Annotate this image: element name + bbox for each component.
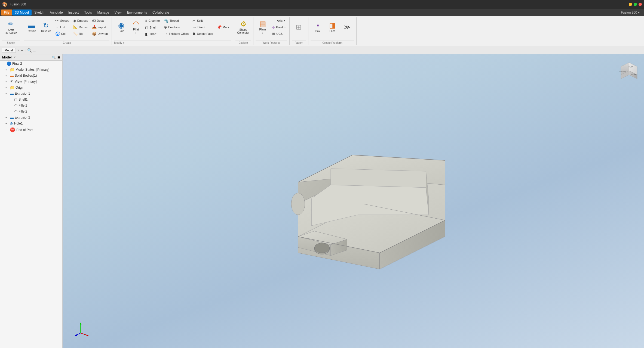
view-toggle[interactable]: + bbox=[5, 80, 9, 83]
emboss-button[interactable]: ◈ Emboss bbox=[72, 18, 90, 24]
menu-item-3dmodel[interactable]: 3D Model bbox=[12, 10, 32, 15]
fillet2-icon: ◠ bbox=[14, 109, 17, 114]
face-button[interactable]: ◨ Face bbox=[325, 18, 339, 37]
menu-item-sketch[interactable]: Sketch bbox=[32, 10, 47, 15]
viewport[interactable]: TOP FRONT RIGHT bbox=[63, 54, 644, 348]
modify-dropdown[interactable]: ▾ bbox=[123, 42, 124, 44]
fillet-button[interactable]: ◠ Fillet ▾ bbox=[129, 18, 143, 37]
coil-icon: 🌀 bbox=[55, 32, 60, 36]
sidebar-header: Model × 🔍 ☰ bbox=[0, 54, 62, 61]
origin-toggle[interactable]: + bbox=[5, 86, 9, 89]
split-button[interactable]: ✂ Split bbox=[191, 18, 214, 24]
pattern-button[interactable]: ⊞ bbox=[292, 18, 306, 37]
extrude-label: Extrude bbox=[27, 30, 36, 33]
pattern-icon: ⊞ bbox=[296, 23, 302, 30]
sweep-button[interactable]: 〰 Sweep bbox=[54, 18, 71, 24]
combine-label: Combine bbox=[168, 26, 180, 29]
sidebar-item-fillet2[interactable]: ◠ Fillet2 bbox=[0, 108, 62, 114]
win-max[interactable] bbox=[634, 3, 637, 6]
import-button[interactable]: 📥 Import bbox=[90, 24, 110, 30]
extrusion2-label: Extrusion2 bbox=[15, 116, 30, 119]
fillet-dropdown[interactable]: ▾ bbox=[135, 32, 136, 34]
add-tab-button[interactable]: + bbox=[21, 48, 23, 52]
win-min[interactable] bbox=[629, 3, 632, 6]
sidebar-search[interactable]: 🔍 bbox=[52, 56, 56, 59]
axis-icon: — bbox=[272, 18, 276, 23]
menu-item-inspect[interactable]: Inspect bbox=[66, 10, 82, 15]
delete-face-button[interactable]: ✖ Delete Face bbox=[191, 31, 214, 37]
sidebar-item-view[interactable]: + 👁 View: [Primary] bbox=[0, 79, 62, 85]
svg-text:FRONT: FRONT bbox=[620, 71, 626, 73]
extrusion1-toggle[interactable]: + bbox=[5, 92, 9, 95]
menu-item-tools[interactable]: Tools bbox=[81, 10, 94, 15]
sidebar-item-extrusion1[interactable]: + ▬ Extrusion1 bbox=[0, 91, 62, 97]
ribbon-group-work-features: ▤ Plane ▾ — Axis ▾ ◆ Point ▾ bbox=[253, 17, 290, 45]
box-button[interactable]: ▪ Box bbox=[311, 18, 325, 37]
solid-bodies-toggle[interactable]: + bbox=[5, 74, 9, 77]
import-icon: 📥 bbox=[92, 25, 97, 29]
decal-button[interactable]: 🏷 Decal bbox=[90, 18, 110, 24]
start-2d-sketch-button[interactable]: ✏ Start2D Sketch bbox=[2, 18, 20, 37]
chamfer-button[interactable]: ⌗ Chamfer bbox=[143, 18, 161, 24]
revolve-button[interactable]: ↻ Revolve bbox=[39, 18, 53, 37]
menu-item-file[interactable]: File bbox=[1, 10, 12, 15]
viewcube[interactable]: TOP FRONT RIGHT bbox=[617, 60, 639, 82]
menu-item-collaborate[interactable]: Collaborate bbox=[150, 10, 172, 15]
menu-item-view[interactable]: View bbox=[112, 10, 124, 15]
menu-item-annotate[interactable]: Annotate bbox=[47, 10, 66, 15]
shape-generator-button[interactable]: ⚙ ShapeGenerator bbox=[235, 18, 251, 37]
titlebar: 🎨 Fusion 360 bbox=[0, 0, 644, 9]
plane-button[interactable]: ▤ Plane ▾ bbox=[256, 18, 270, 37]
sidebar-item-origin[interactable]: + 📁 Origin bbox=[0, 85, 62, 91]
direct-button[interactable]: → Direct bbox=[191, 24, 214, 30]
unwrap-label: Unwrap bbox=[98, 32, 108, 35]
final2-label: Final 2 bbox=[12, 62, 22, 66]
extrude-button[interactable]: ▬ Extrude bbox=[24, 18, 38, 37]
sidebar-menu[interactable]: ☰ bbox=[57, 56, 60, 59]
freeform-more-button[interactable]: ≫ bbox=[340, 18, 354, 37]
sidebar-close[interactable]: × bbox=[14, 55, 16, 59]
sidebar-item-hole1[interactable]: + ⊙ Hole1 bbox=[0, 120, 62, 126]
close-tab-button[interactable]: × bbox=[17, 48, 19, 52]
mark-button[interactable]: 📌 Mark bbox=[215, 24, 231, 30]
sidebar-item-end-of-part[interactable]: ⛔ End of Part bbox=[0, 126, 62, 133]
combine-button[interactable]: ⊕ Combine bbox=[162, 24, 191, 30]
model-states-toggle[interactable]: + bbox=[5, 68, 9, 71]
menu-item-environments[interactable]: Environments bbox=[124, 10, 150, 15]
menu-item-manage[interactable]: Manage bbox=[94, 10, 112, 15]
win-close[interactable] bbox=[639, 3, 642, 6]
loft-button[interactable]: ⟋ Loft bbox=[54, 24, 71, 30]
thicken-button[interactable]: ↔ Thicken/ Offset bbox=[162, 31, 191, 37]
sidebar-item-final2[interactable]: 🔵 Final 2 bbox=[0, 61, 62, 67]
ucs-button[interactable]: ⊞ UCS bbox=[270, 31, 287, 37]
coil-button[interactable]: 🌀 Coil bbox=[54, 31, 71, 37]
point-button[interactable]: ◆ Point ▾ bbox=[270, 24, 287, 30]
shell-button[interactable]: ◻ Shell bbox=[143, 24, 161, 30]
hole1-toggle[interactable]: + bbox=[5, 122, 9, 125]
box-label: Box bbox=[315, 30, 320, 33]
sidebar-item-shell1[interactable]: ◻ Shell1 bbox=[0, 97, 62, 102]
sidebar-item-solid-bodies[interactable]: + ▬ Solid Bodies(1) bbox=[0, 73, 62, 79]
model-tab[interactable]: Model bbox=[2, 48, 16, 53]
menu-button[interactable]: ☰ bbox=[33, 48, 36, 52]
search-button[interactable]: 🔍 bbox=[27, 48, 32, 52]
sidebar-item-extrusion2[interactable]: + ▬ Extrusion2 bbox=[0, 114, 62, 120]
toolbar-strip: Model × + | 🔍 ☰ bbox=[0, 46, 644, 54]
axis-button[interactable]: — Axis ▾ bbox=[270, 18, 287, 24]
sidebar-item-fillet1[interactable]: ◠ Fillet1 bbox=[0, 102, 62, 108]
draft-button[interactable]: ◧ Draft bbox=[143, 31, 161, 37]
axis-dropdown[interactable]: ▾ bbox=[284, 20, 285, 22]
rib-button[interactable]: 🦴 Rib bbox=[72, 31, 90, 37]
derive-label: Derive bbox=[79, 26, 88, 29]
sidebar-item-model-states[interactable]: + 📁 Model States: [Primary] bbox=[0, 67, 62, 73]
rib-icon: 🦴 bbox=[73, 32, 78, 36]
hole-button[interactable]: ◉ Hole bbox=[114, 18, 128, 37]
unwrap-button[interactable]: 📦 Unwrap bbox=[90, 31, 110, 37]
plane-dropdown[interactable]: ▾ bbox=[262, 32, 263, 34]
thread-button[interactable]: 🔩 Thread bbox=[162, 18, 191, 24]
start-sketch-label: Start2D Sketch bbox=[5, 29, 17, 35]
derive-button[interactable]: 📐 Derive bbox=[72, 24, 90, 30]
mark-label: Mark bbox=[223, 26, 229, 29]
point-dropdown[interactable]: ▾ bbox=[284, 26, 286, 29]
extrusion2-toggle[interactable]: + bbox=[5, 116, 9, 119]
